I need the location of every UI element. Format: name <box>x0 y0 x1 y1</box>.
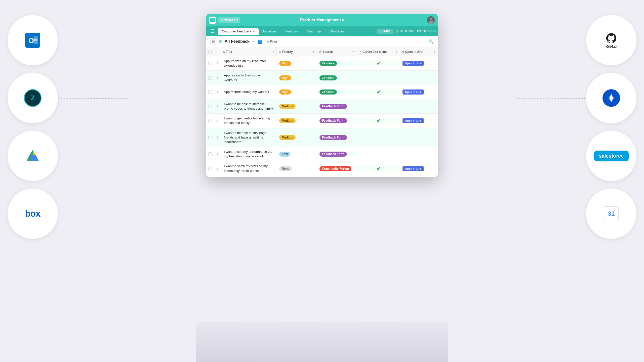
interfaces-badge[interactable]: Interfaces ▾ <box>218 17 240 23</box>
tab-objectives[interactable]: Objectives <box>326 28 349 35</box>
priority-sort-arrow: ▼ <box>312 51 315 53</box>
collapse-button[interactable]: ◧ <box>210 38 216 44</box>
table-title: All Feedback <box>225 39 250 44</box>
table-row[interactable]: 4I want to see my performance vs. my bes… <box>206 147 438 161</box>
table-row[interactable]: 2I want to get credits for referring fri… <box>206 114 438 128</box>
table-row[interactable]: 1App freezes on my iPad after extended u… <box>206 56 438 71</box>
row-number: 1 <box>214 90 221 94</box>
apps-label: APPS <box>428 29 436 33</box>
tab-objectives-label: Objectives <box>330 29 345 33</box>
zendesk-integration: Z <box>8 73 58 123</box>
row-checkbox[interactable] <box>206 76 214 80</box>
column-headers: A Title ▼ ◎ Priority ▼ ◎ Source ▼ ✓ Crea… <box>206 47 438 56</box>
filter-icon: ≡ <box>267 40 269 43</box>
row-jira-open[interactable]: Open in Jira <box>400 89 438 95</box>
row-checkbox[interactable] <box>206 105 214 108</box>
row-jira-create[interactable]: ✔ <box>357 118 400 124</box>
title-bar-actions <box>427 16 438 24</box>
table-body: 1App freezes on my iPad after extended u… <box>206 56 438 176</box>
logo-mark <box>209 17 216 24</box>
tab-roadmap[interactable]: Roadmap <box>303 28 325 35</box>
col-priority[interactable]: ◎ Priority ▼ <box>277 47 317 56</box>
drive-integration <box>8 131 58 181</box>
gcal-integration: 31 <box>586 189 636 239</box>
logo-inner <box>210 18 215 22</box>
row-source: Community Forum <box>317 166 357 171</box>
row-title: I want to show my stats on my community … <box>221 161 277 175</box>
jira-open-col-label: Open in Jira <box>405 50 422 54</box>
table-options[interactable]: ··· <box>252 39 255 43</box>
row-checkbox[interactable] <box>206 90 214 94</box>
share-button[interactable]: SHARE <box>377 29 394 34</box>
row-checkbox[interactable] <box>206 167 214 170</box>
keyboard-base <box>196 322 448 362</box>
row-title: App is slow to load some workouts <box>221 71 277 85</box>
connection-line-left <box>58 98 128 99</box>
people-icon[interactable]: 👥 <box>257 39 262 44</box>
tab-initiatives-label: Initiatives <box>263 29 277 33</box>
row-checkbox[interactable] <box>206 62 214 65</box>
row-source: Feedback Form <box>317 135 357 140</box>
row-jira-create[interactable]: ✔ <box>357 89 400 95</box>
row-priority: High <box>277 61 317 66</box>
row-title: I want to be able to increase promo code… <box>221 99 277 113</box>
automations-icon: ⚡ <box>395 29 399 33</box>
row-checkbox[interactable] <box>206 119 214 122</box>
hamburger-menu[interactable]: ☰ <box>208 27 216 35</box>
col-checkbox <box>206 47 214 56</box>
source-sort-arrow: ▼ <box>353 51 355 53</box>
tab-initiatives[interactable]: Initiatives <box>259 28 281 35</box>
col-title[interactable]: A Title ▼ <box>221 47 277 56</box>
title-col-label: Title <box>226 50 232 54</box>
jira-open-sort-arrow: ▼ <box>433 51 436 53</box>
table-row[interactable]: 1App restarts during my workoutHighZende… <box>206 85 438 99</box>
connection-line-right <box>516 98 586 99</box>
row-checkbox[interactable] <box>206 136 214 139</box>
svg-text:O: O <box>28 37 34 44</box>
col-create-jira[interactable]: ✓ Create Jira issue ▼ <box>357 47 400 56</box>
apps-button[interactable]: ⊞ APPS <box>424 29 436 33</box>
github-icon: GitHub <box>605 32 618 49</box>
tab-features-label: Features <box>285 29 298 33</box>
automations-label: AUTOMATIONS <box>400 29 422 33</box>
row-jira-open[interactable]: Open in Jira <box>400 118 438 123</box>
filter-button[interactable]: ≡ Filter <box>265 39 279 44</box>
row-priority: High <box>277 89 317 95</box>
row-checkbox[interactable] <box>206 152 214 156</box>
row-source: Zendesk <box>317 61 357 66</box>
row-jira-create[interactable]: ✔ <box>357 60 400 66</box>
row-priority: Medium <box>277 104 317 109</box>
select-all-checkbox[interactable] <box>208 50 212 54</box>
tab-roadmap-label: Roadmap <box>307 29 321 33</box>
tab-features[interactable]: Features <box>281 28 302 35</box>
table-row[interactable]: 5I want to show my stats on my community… <box>206 161 438 176</box>
table-row[interactable]: 3I want to be able to challenge friends … <box>206 128 438 147</box>
app-window-container: Interfaces ▾ Product Management ▾ ☰ <box>206 14 438 177</box>
user-avatar[interactable] <box>427 16 435 24</box>
col-source[interactable]: ◎ Source ▼ <box>317 47 357 56</box>
automations-button[interactable]: ⚡ AUTOMATIONS <box>395 29 422 33</box>
tab-customer-feedback[interactable]: Customer Feedback ▾ <box>218 28 259 35</box>
jira-create-col-label: Create Jira issue <box>363 50 387 54</box>
row-number: 3 <box>214 136 221 139</box>
col-open-jira[interactable]: ◈ Open in Jira ▼ <box>400 47 438 56</box>
row-jira-create[interactable]: ✔ <box>357 166 400 172</box>
priority-col-label: Priority <box>282 50 293 54</box>
row-jira-open[interactable]: Open in Jira <box>400 61 438 66</box>
row-number: 1 <box>214 105 221 108</box>
row-number: 1 <box>214 62 221 65</box>
table-row[interactable]: 1I want to be able to increase promo cod… <box>206 99 438 114</box>
search-button[interactable]: 🔍 <box>429 39 434 44</box>
row-source: Zendesk <box>317 89 357 95</box>
table-area: ◧ ⊞ All Feedback ··· 👥 ≡ Filter 🔍 A <box>206 36 438 177</box>
title-bar: Interfaces ▾ Product Management ▾ <box>206 14 438 26</box>
priority-col-icon: ◎ <box>279 50 281 53</box>
jira-create-sort-arrow: ▼ <box>395 51 398 53</box>
table-row[interactable]: 1App is slow to load some workoutsHighZe… <box>206 71 438 85</box>
title-sort-arrow: ▼ <box>272 51 274 53</box>
box-integration: box <box>8 189 58 239</box>
nav-tabs: ☰ Customer Feedback ▾ Initiatives Featur… <box>206 26 438 36</box>
row-title: App restarts during my workout <box>221 87 277 97</box>
row-jira-open[interactable]: Open in Jira <box>400 166 438 171</box>
row-source: Feedback Form <box>317 152 357 157</box>
